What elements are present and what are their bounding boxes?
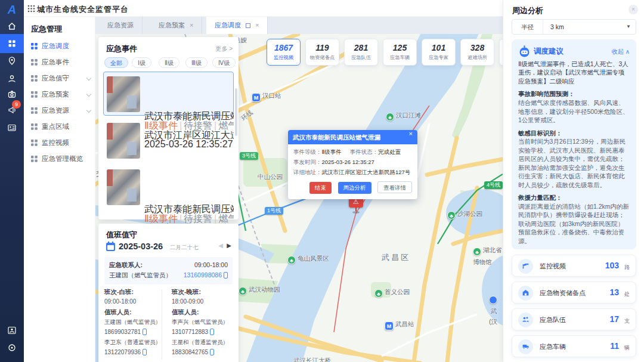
right-stat-supplies[interactable]: 应急物资储备点 13 处	[512, 281, 636, 304]
popup-status-value: 完成处置	[378, 148, 401, 155]
popup-title: 武汉市泰能新民调压站燃气泄漏	[288, 130, 417, 144]
stat-value: 1867	[267, 43, 300, 52]
camera-icon[interactable]	[7, 89, 17, 99]
stat-label: 应急车辆	[385, 54, 415, 61]
sidebar-item-video[interactable]: 监控视频	[24, 135, 95, 151]
phone-icon	[224, 272, 228, 279]
grid-icon	[31, 123, 38, 130]
popup-address-label: 详细地址：	[293, 169, 322, 175]
event-list-item[interactable]: 武汉市泰能新民调压站燃气泄漏 Ⅱ级事件|待接警|燃气行业 武汉市江岸区迎江大道新…	[103, 118, 234, 162]
event-thumbnail	[107, 169, 140, 205]
close-icon[interactable]: ×	[628, 5, 638, 14]
collapse-link[interactable]: 收起 ∧	[612, 48, 630, 56]
stat-card-experts[interactable]: 101 应急专家	[422, 39, 456, 66]
stat-card-vehicles[interactable]: 125 应急车辆	[383, 39, 417, 66]
map-poi-shouyi: ♣首义公园	[374, 286, 410, 298]
dispatch-suggestion-card: 调度建议 收起 ∧ Ⅱ级燃气泄漏事件，已造成1人死亡、3人重伤，建议启动【武汉市…	[512, 39, 636, 249]
radius-value: 3 km	[550, 20, 564, 34]
staff-label: 值班人员:	[172, 308, 233, 318]
duty-date[interactable]: 2025-03-26	[119, 242, 163, 251]
stat-unit: 处	[624, 290, 630, 298]
close-icon[interactable]: ×	[409, 130, 413, 137]
stat-value: 328	[461, 43, 494, 52]
chevron-up-icon: ∧	[626, 48, 630, 55]
location-pin-icon[interactable]	[7, 56, 17, 66]
staff-phone[interactable]: 18699032781	[104, 329, 165, 339]
poi-icon	[489, 296, 497, 304]
section-heading: 敏感目标识别：	[518, 129, 630, 138]
stat-card-supplies[interactable]: 119 物资储备点	[305, 39, 339, 66]
more-link[interactable]: 更多 >	[215, 45, 233, 53]
filter-level4[interactable]: Ⅳ级	[212, 57, 236, 68]
staff-phone[interactable]: 13107712883	[172, 329, 233, 339]
surrounding-analysis-button[interactable]: 周边分析	[338, 182, 371, 194]
sidebar-item-duty[interactable]: 应急值守	[24, 70, 95, 86]
stat-label: 避难场所	[462, 54, 493, 61]
tab-plans[interactable]: 应急预案×	[150, 17, 202, 34]
prev-day-arrow[interactable]: ◀	[218, 242, 223, 249]
filter-all[interactable]: 全部	[104, 57, 128, 68]
sidebar-item-plans[interactable]: 应急预案	[24, 86, 95, 103]
app-grid-icon[interactable]	[27, 5, 35, 13]
filter-level2[interactable]: Ⅱ级	[159, 57, 179, 68]
sidebar-item-key-areas[interactable]: 重点区域	[24, 119, 95, 135]
stat-card-shelters[interactable]: 328 避难场所	[460, 39, 494, 66]
camera-icon	[518, 259, 533, 274]
filter-level1[interactable]: Ⅰ级	[132, 57, 151, 68]
next-day-arrow[interactable]: ▶	[227, 242, 231, 249]
stat-card-teams[interactable]: 281 应急队伍	[344, 39, 378, 66]
stat-card-video[interactable]: 1867 监控视频	[267, 39, 301, 66]
sidebar-item-events[interactable]: 应急事件	[24, 54, 95, 70]
profile-icon[interactable]	[7, 326, 17, 335]
duty-panel-title: 值班值守	[106, 230, 137, 240]
sidebar-item-overview[interactable]: 应急管理概览	[24, 151, 95, 167]
rail-item-dashboard-active[interactable]	[0, 34, 24, 53]
sidebar-item-dispatch[interactable]: 应急调度	[24, 38, 95, 54]
radius-select[interactable]: 半径 3 km ▼	[512, 19, 636, 35]
map-canvas[interactable]: 姑嫂 M汉口站 ♣汉口江滩 环线 3号线 中山公园 1号线 ♣龟山风景区 ♣武汉…	[95, 34, 503, 362]
staff-phone[interactable]: 18830842765	[172, 349, 233, 359]
map-poi-zoo: ♣武汉动物园	[239, 283, 280, 295]
id-card-icon[interactable]	[7, 123, 17, 132]
event-list-item[interactable]: 武汉市泰能新民调压站燃气泄漏 Ⅱ级事件|待接警|燃气行业 武汉市江岸区迎江大道新…	[103, 165, 234, 209]
park-icon: ♣	[447, 211, 456, 219]
user-icon[interactable]	[7, 74, 17, 83]
duty-lunar-date: 二月二十七	[170, 244, 199, 252]
tab-resources[interactable]: 应急资源	[99, 17, 143, 34]
contact-phone[interactable]: 13160998086	[184, 271, 228, 279]
home-icon[interactable]	[7, 21, 17, 31]
end-button[interactable]: 结束	[309, 182, 332, 194]
tab-dispatch-active[interactable]: 应急调度×	[206, 17, 268, 34]
section-body: 调派距离最近的消防站（如1.2km内的新民消防中队）携带防爆设备赶赴现场； 联动…	[518, 202, 630, 245]
right-stat-teams[interactable]: 应急队伍 17 支	[512, 308, 636, 330]
contact-label: 应急联系人:	[109, 261, 143, 268]
stat-value: 101	[422, 43, 455, 52]
staff-phone[interactable]: 13122079936	[104, 349, 165, 359]
event-list-item[interactable]: 武汉市泰能新民调压站燃气泄漏 Ⅱ级事件|待接警|燃气行业 武汉市江岸区迎江大道新…	[103, 72, 234, 116]
view-detail-button[interactable]: 查看详情	[377, 181, 412, 193]
sidebar-item-label: 应急管理概览	[42, 151, 83, 167]
popup-level-label: 事件等级：	[293, 148, 322, 155]
settings-icon[interactable]	[7, 343, 17, 352]
sidebar-item-resources[interactable]: 应急资源	[24, 103, 95, 119]
filter-level3[interactable]: Ⅲ级	[185, 57, 208, 68]
close-icon[interactable]: ×	[255, 21, 259, 29]
stat-label: 应急车辆	[540, 342, 566, 351]
stat-value: 13	[609, 287, 619, 297]
staff-name: 王星和（普通监管员）	[172, 339, 233, 349]
phone-icon	[143, 329, 147, 335]
grid-icon	[31, 91, 38, 98]
sidebar-title: 应急管理	[31, 24, 62, 35]
staff-name: 王建国（燃气监管员）	[104, 318, 165, 329]
warehouse-icon	[518, 286, 533, 301]
page-title: 城市生命线安全监管平台	[37, 4, 129, 15]
topbar: 城市生命线安全监管平台	[24, 0, 503, 17]
sidebar-item-label: 应急资源	[42, 103, 69, 119]
expand-icon[interactable]	[246, 23, 250, 28]
map-poi-shahu: ♣沙湖公园	[447, 208, 482, 219]
close-icon[interactable]: ×	[190, 21, 193, 29]
right-stat-vehicles[interactable]: 应急车辆 11 辆	[512, 335, 636, 357]
right-stat-video[interactable]: 监控视频 103 路	[512, 255, 636, 277]
scrollbar[interactable]	[235, 88, 237, 136]
grid-icon	[31, 75, 38, 82]
